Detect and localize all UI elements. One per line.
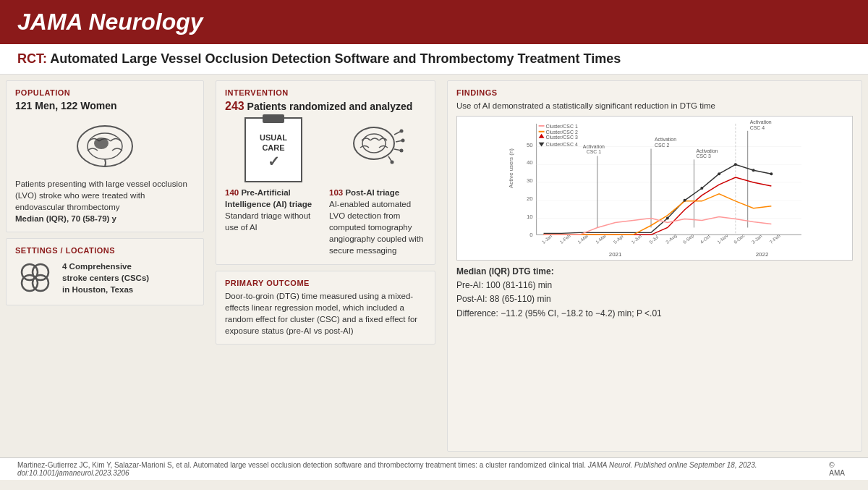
population-median: Median (IQR), 70 (58-79) y	[15, 214, 116, 223]
svg-text:Activation: Activation	[696, 148, 718, 153]
svg-point-66	[770, 172, 773, 175]
svg-text:0: 0	[529, 232, 533, 238]
svg-marker-73	[539, 143, 545, 147]
svg-text:30: 30	[527, 177, 533, 184]
svg-text:40: 40	[527, 159, 533, 166]
svg-text:1-Nov: 1-Nov	[716, 232, 729, 245]
brain-icon	[69, 116, 141, 174]
post-ai-section: 103 Post-AI triage AI-enabled automated …	[329, 187, 426, 257]
svg-point-14	[400, 149, 404, 153]
locations-icon	[15, 258, 55, 297]
intervention-card: INTERVENTION 243 Patients randomized and…	[216, 80, 435, 265]
svg-point-60	[666, 217, 669, 220]
page-header: JAMA Neurology	[0, 0, 868, 44]
svg-text:Activation: Activation	[750, 119, 772, 124]
pre-ai-label: Pre-Artificial Intelligence (AI) triage	[225, 188, 312, 208]
median-dtg-title: Median (IQR) DTG time:	[456, 266, 554, 276]
svg-point-62	[700, 187, 703, 190]
svg-text:2022: 2022	[756, 251, 769, 258]
median-dtg-preai: Pre-AI: 100 (81-116) min	[456, 280, 552, 290]
svg-text:CSC 3: CSC 3	[696, 154, 711, 159]
svg-text:10: 10	[527, 214, 533, 220]
findings-card: FINDINGS Use of AI demonstrated a statis…	[447, 80, 862, 452]
svg-point-7	[354, 127, 394, 159]
settings-label: SETTINGS / LOCATIONS	[15, 246, 195, 255]
primary-outcome-card: PRIMARY OUTCOME Door-to-groin (DTG) time…	[216, 271, 435, 345]
settings-line3: in Houston, Texas	[62, 285, 133, 294]
footer-copyright: © AMA	[829, 461, 851, 477]
intervention-label: INTERVENTION	[225, 88, 426, 97]
intervention-icons: USUALCARE ✓	[225, 117, 426, 182]
pre-ai-section: 140 Pre-Artificial Intelligence (AI) tri…	[225, 187, 322, 257]
chart-area: 0 10 20 30 40 50 Active users (n) 1-Jan	[456, 116, 853, 261]
findings-chart: 0 10 20 30 40 50 Active users (n) 1-Jan	[457, 117, 852, 260]
svg-text:CSC 1: CSC 1	[587, 150, 602, 155]
svg-marker-71	[539, 134, 545, 138]
journal-title: JAMA Neurology	[17, 9, 203, 35]
svg-text:CSC 4: CSC 4	[750, 125, 765, 130]
svg-text:6-Dec: 6-Dec	[733, 232, 746, 245]
svg-text:Activation: Activation	[655, 137, 676, 142]
article-title-prefix: RCT:	[17, 51, 47, 66]
median-dtg-diff: Difference: −11.2 (95% CI, −18.2 to −4.2…	[456, 308, 662, 318]
svg-point-16	[391, 161, 394, 164]
svg-point-12	[401, 139, 405, 143]
svg-point-8	[362, 134, 386, 153]
ai-brain-icon	[349, 120, 407, 174]
svg-text:Cluster/CSC 1: Cluster/CSC 1	[546, 124, 578, 129]
right-column: FINDINGS Use of AI demonstrated a statis…	[441, 75, 868, 457]
article-title-text: Automated Large Vessel Occlusion Detecti…	[47, 51, 621, 66]
svg-point-6	[33, 275, 48, 291]
svg-point-64	[734, 163, 737, 166]
findings-label: FINDINGS	[456, 88, 853, 97]
post-ai-body: AI-enabled automated LVO detection from …	[329, 198, 426, 256]
settings-body: 4 Comprehensive stroke centers (CSCs) in…	[62, 261, 149, 295]
settings-line2: stroke centers (CSCs)	[62, 274, 149, 282]
pre-ai-num: 140	[225, 188, 239, 197]
footer: Martinez-Gutierrez JC, Kim Y, Salazar-Ma…	[0, 457, 868, 480]
median-dtg: Median (IQR) DTG time: Pre-AI: 100 (81-1…	[456, 265, 853, 321]
svg-point-65	[752, 169, 755, 172]
article-title: RCT: Automated Large Vessel Occlusion De…	[0, 44, 868, 75]
svg-text:2021: 2021	[609, 251, 622, 258]
post-ai-label: Post-AI triage	[345, 188, 399, 197]
median-dtg-postai: Post-AI: 88 (65-110) min	[456, 294, 551, 304]
svg-text:Active users (n): Active users (n)	[508, 148, 514, 188]
population-card: POPULATION 121 Men, 122 Women Patients p…	[6, 80, 204, 232]
left-column: POPULATION 121 Men, 122 Women Patients p…	[0, 75, 210, 457]
svg-text:20: 20	[527, 195, 533, 202]
svg-text:50: 50	[527, 142, 533, 148]
svg-point-10	[400, 130, 404, 133]
mid-column: INTERVENTION 243 Patients randomized and…	[210, 75, 441, 457]
population-label: POPULATION	[15, 88, 195, 97]
intervention-main: 243 Patients randomized and analyzed	[225, 100, 426, 113]
population-main: 121 Men, 122 Women	[15, 100, 195, 111]
primary-outcome-label: PRIMARY OUTCOME	[225, 279, 426, 287]
footer-citation: Martinez-Gutierrez JC, Kim Y, Salazar-Ma…	[17, 461, 829, 477]
population-body: Patients presenting with large vessel oc…	[15, 178, 195, 224]
settings-line1: 4 Comprehensive	[62, 262, 132, 271]
findings-body: Use of AI demonstrated a statistically s…	[456, 100, 853, 111]
post-ai-num: 103	[329, 188, 343, 197]
settings-card: SETTINGS / LOCATIONS 4 Comprehensive str…	[6, 238, 204, 305]
primary-outcome-body: Door-to-groin (DTG) time measured using …	[225, 290, 426, 337]
svg-rect-67	[539, 125, 545, 127]
svg-text:Cluster/CSC 2: Cluster/CSC 2	[546, 130, 578, 135]
svg-text:CSC 2: CSC 2	[655, 143, 670, 148]
svg-text:5-Jul: 5-Jul	[648, 235, 659, 245]
svg-point-63	[718, 172, 720, 175]
svg-point-2	[94, 138, 109, 149]
svg-text:Activation: Activation	[583, 144, 605, 149]
svg-text:Cluster/CSC 3: Cluster/CSC 3	[546, 135, 578, 140]
usual-care-box: USUALCARE ✓	[244, 117, 302, 182]
footer-citation-text: Martinez-Gutierrez JC, Kim Y, Salazar-Ma…	[17, 461, 586, 469]
content-area: POPULATION 121 Men, 122 Women Patients p…	[0, 75, 868, 457]
pre-ai-body: Standard triage without use of AI	[225, 210, 322, 233]
svg-point-61	[684, 199, 686, 202]
svg-rect-69	[539, 131, 545, 132]
svg-text:Cluster/CSC 4: Cluster/CSC 4	[546, 142, 578, 147]
